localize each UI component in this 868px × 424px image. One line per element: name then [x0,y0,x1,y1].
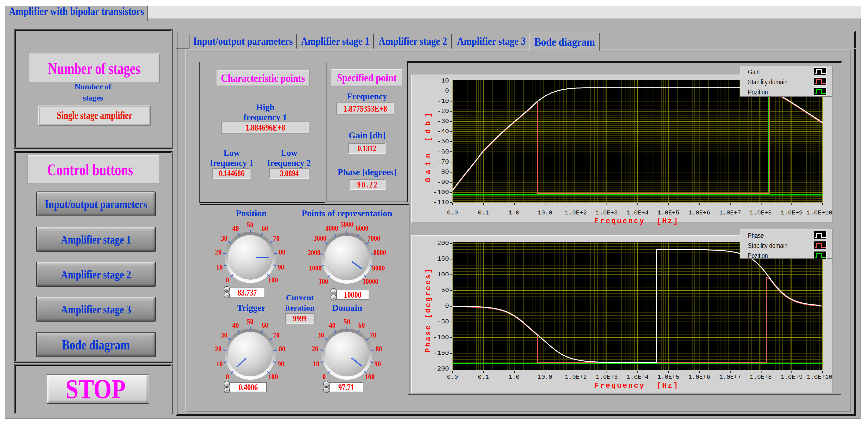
svg-text:30: 30 [221,331,227,339]
svg-text:100: 100 [268,372,278,381]
svg-text:90: 90 [278,263,284,271]
svg-text:0: 0 [226,372,229,381]
svg-text:90: 90 [278,360,284,368]
svg-text:4000: 4000 [326,224,338,232]
svg-text:8000: 8000 [373,249,386,256]
svg-text:80: 80 [375,344,382,353]
svg-text:0: 0 [322,372,326,381]
svg-text:60: 60 [262,224,268,232]
svg-text:1000: 1000 [309,264,322,272]
svg-text:60: 60 [359,321,365,329]
svg-text:20: 20 [215,344,222,353]
svg-text:10: 10 [313,360,319,368]
svg-text:70: 70 [273,331,280,339]
svg-text:2000: 2000 [308,249,320,256]
svg-text:0: 0 [226,276,229,284]
svg-text:100: 100 [365,372,375,381]
svg-text:20: 20 [312,344,318,353]
svg-text:6000: 6000 [356,224,368,232]
svg-text:70: 70 [370,331,376,339]
svg-text:3000: 3000 [314,234,326,242]
svg-text:90: 90 [374,360,381,368]
svg-text:50: 50 [247,317,253,326]
svg-text:7000: 7000 [368,234,380,242]
svg-text:70: 70 [273,234,280,242]
svg-text:50: 50 [247,221,253,229]
svg-text:100: 100 [268,276,278,284]
svg-text:9000: 9000 [372,264,385,272]
svg-text:60: 60 [262,321,268,329]
svg-text:30: 30 [317,331,324,339]
svg-text:80: 80 [279,344,285,353]
svg-text:30: 30 [221,234,227,242]
svg-text:80: 80 [279,248,285,256]
svg-text:40: 40 [232,224,239,232]
svg-text:100: 100 [319,277,328,285]
svg-text:50: 50 [344,317,350,326]
svg-text:5000: 5000 [341,221,353,228]
svg-text:40: 40 [232,321,239,329]
svg-text:10: 10 [216,360,223,368]
svg-text:40: 40 [329,321,336,329]
svg-text:10000: 10000 [363,277,378,285]
svg-text:20: 20 [215,248,222,256]
svg-text:10: 10 [216,263,223,271]
